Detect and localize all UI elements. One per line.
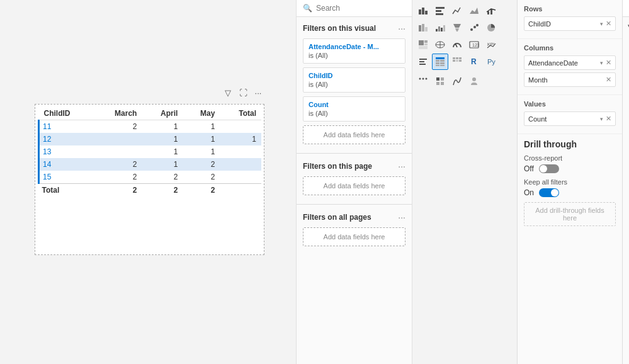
viz-icon-stacked-bar[interactable] — [415, 3, 431, 19]
tree-item-maxdate[interactable]: ▶ ⊞ MaxDate — [623, 103, 629, 113]
svg-marker-6 — [470, 8, 479, 14]
tree-item-attendance-master[interactable]: ▾ 🗄 AttendanceMaster — [623, 20, 629, 32]
svg-rect-4 — [436, 10, 441, 12]
table-row[interactable]: 14 2 1 2 — [39, 158, 262, 171]
viz-icon-card[interactable]: 123 — [466, 37, 482, 53]
filter-title-3: Count — [309, 101, 400, 108]
cell-may: 1 — [183, 133, 220, 145]
table-row[interactable]: 13 1 1 — [39, 145, 262, 158]
viz-icon-waterfall[interactable] — [432, 20, 448, 36]
viz-icons-panel: 123 KPI R Py — [412, 0, 518, 364]
cell-march — [93, 133, 142, 145]
viz-icon-treemap[interactable] — [415, 37, 431, 53]
cell-total — [220, 145, 261, 158]
svg-text:123: 123 — [472, 43, 479, 47]
rows-pill-actions: ▾ ✕ — [600, 20, 611, 28]
columns-chevron-1[interactable]: ▾ — [600, 60, 603, 66]
values-field-pill[interactable]: Count ▾ ✕ — [524, 111, 616, 126]
viz-icon-python[interactable]: Py — [483, 54, 499, 70]
keep-toggle-knob — [551, 189, 558, 196]
viz-icon-gauge[interactable] — [449, 37, 465, 53]
values-pill-actions: ▾ ✕ — [600, 115, 611, 123]
filter-section-page-more[interactable]: ··· — [398, 161, 405, 171]
cross-report-toggle[interactable] — [539, 164, 559, 173]
add-data-visual[interactable]: Add data fields here — [303, 125, 405, 144]
svg-rect-2 — [425, 11, 428, 14]
filter-section-all-title: Filters on all pages — [303, 213, 371, 222]
more-icon[interactable]: ··· — [252, 87, 264, 98]
svg-rect-44 — [456, 57, 458, 59]
cell-april: 1 — [142, 158, 183, 171]
keep-filters-toggle[interactable] — [539, 188, 559, 197]
tree-item-attendance[interactable]: ▾ ✓ ⊞ Attendanc... — [623, 32, 629, 43]
viz-icon-ribbon[interactable] — [415, 20, 431, 36]
filters-search-input[interactable] — [316, 4, 405, 13]
filter-card[interactable]: ChildID is (All) — [303, 67, 405, 93]
tree-item-isconsecutive[interactable]: ⊞ IsConsecuti... — [623, 83, 629, 93]
columns-field-pill-1[interactable]: AttendanceDate ▾ ✕ — [524, 55, 616, 70]
filter-card[interactable]: AttendanceDate - M... is (All) — [303, 38, 405, 64]
svg-rect-40 — [440, 62, 445, 64]
values-chevron[interactable]: ▾ — [600, 116, 603, 122]
svg-point-58 — [472, 77, 476, 81]
tree-item-count[interactable]: ✓ Σ Count — [623, 53, 629, 63]
filter-section-all-header: Filters on all pages ··· — [303, 212, 405, 222]
viz-icon-map[interactable] — [432, 37, 448, 53]
svg-rect-38 — [440, 60, 445, 62]
filters-search-bar: 🔍 — [297, 0, 412, 17]
svg-rect-56 — [436, 82, 439, 85]
tree-item-childid[interactable]: ✓ ⊞ ChildID — [623, 43, 629, 53]
values-close[interactable]: ✕ — [606, 115, 611, 123]
cell-id: 14 — [39, 158, 94, 171]
filter-card[interactable]: Count is (All) — [303, 96, 405, 122]
table-row[interactable]: 11 2 1 1 — [39, 120, 262, 134]
filter-section-more[interactable]: ··· — [398, 23, 405, 33]
svg-rect-23 — [424, 40, 428, 43]
svg-rect-25 — [419, 46, 428, 49]
tree-item-count0[interactable]: Σ Count 0 Val... — [623, 63, 629, 73]
columns-field-pill-2[interactable]: Month ✕ — [524, 72, 616, 87]
viz-icon-kpi[interactable]: KPI — [483, 37, 499, 53]
svg-rect-22 — [419, 40, 424, 45]
viz-icon-analytics[interactable] — [449, 73, 465, 89]
add-drillthrough-area[interactable]: Add drill-through fields here — [524, 202, 616, 226]
viz-icon-line[interactable] — [449, 3, 465, 19]
columns-close-1[interactable]: ✕ — [606, 59, 611, 67]
values-label: Values — [524, 100, 616, 108]
tree-item-index[interactable]: Σ Index — [623, 73, 629, 83]
col-header-may: May — [183, 107, 220, 120]
add-data-page[interactable]: Add data fields here — [303, 176, 405, 195]
pill-actions-1: ▾ ✕ — [600, 59, 611, 67]
viz-icon-format[interactable] — [432, 73, 448, 89]
viz-icon-slicer[interactable] — [415, 54, 431, 70]
viz-icon-funnel[interactable] — [449, 20, 465, 36]
rows-chevron-icon[interactable]: ▾ — [600, 21, 603, 27]
rows-close-icon[interactable]: ✕ — [606, 20, 611, 28]
filter-section-all: Filters on all pages ··· Add data fields… — [297, 206, 412, 254]
columns-close-2[interactable]: ✕ — [606, 76, 611, 84]
svg-rect-42 — [440, 65, 445, 66]
table-row[interactable]: 12 1 1 1 — [39, 133, 262, 145]
viz-icon-more[interactable] — [415, 71, 431, 87]
svg-rect-15 — [443, 25, 445, 31]
viz-icon-matrix[interactable] — [449, 54, 465, 70]
viz-icon-area[interactable] — [466, 3, 482, 19]
rows-field-pill[interactable]: ChildID ▾ ✕ — [524, 16, 616, 31]
focus-icon[interactable]: ⛶ — [237, 87, 249, 98]
viz-icon-bar[interactable] — [432, 3, 448, 19]
viz-icon-combo[interactable] — [483, 3, 499, 19]
tree-item-ispresent[interactable]: ⊞ IsPresent — [623, 93, 629, 103]
viz-icon-table[interactable] — [432, 54, 448, 70]
visual-toolbar: ▽ ⛶ ··· — [222, 87, 264, 98]
svg-rect-14 — [441, 28, 443, 31]
viz-icon-fields[interactable] — [466, 73, 482, 89]
viz-icon-r[interactable]: R — [466, 54, 482, 70]
filter-icon[interactable]: ▽ — [222, 87, 234, 98]
cell-april: 1 — [142, 120, 183, 134]
filter-section-all-more[interactable]: ··· — [398, 212, 405, 222]
viz-icon-scatter[interactable] — [466, 20, 482, 36]
table-row[interactable]: 15 2 2 2 — [39, 171, 262, 184]
add-data-all[interactable]: Add data fields here — [303, 227, 405, 246]
viz-icon-pie[interactable] — [483, 20, 499, 36]
drill-title: Drill through — [524, 139, 616, 149]
